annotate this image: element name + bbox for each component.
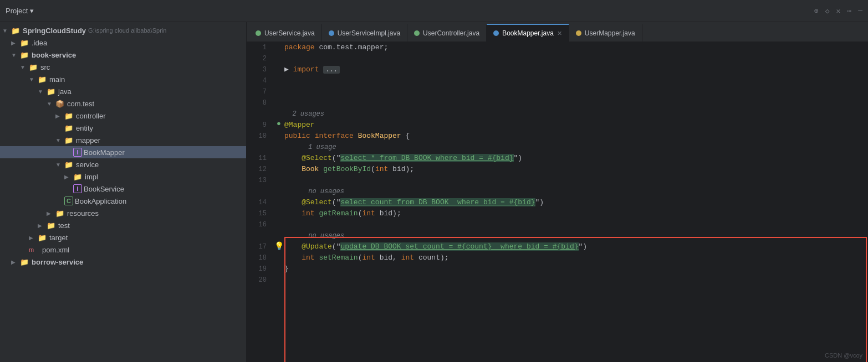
line-number: 3 — [247, 64, 273, 75]
code-line-19: 19 } — [247, 263, 868, 275]
code-line-10: 10 public interface BookMapper { — [247, 131, 868, 142]
gutter-run-icon[interactable]: ● — [273, 120, 284, 128]
sidebar-item-main[interactable]: ▼ 📁 main — [0, 73, 246, 85]
item-label: test — [58, 221, 70, 230]
line-number: 2 — [247, 53, 273, 64]
sidebar-item-src[interactable]: ▼ 📁 src — [0, 61, 246, 73]
line-content: ▶ import ... — [284, 64, 868, 75]
item-label: BookApplication — [75, 197, 126, 205]
project-title[interactable]: Project ▾ — [6, 7, 34, 15]
folder-icon: 📁 — [38, 75, 48, 84]
menu-icon[interactable]: ⋯ — [847, 7, 851, 15]
tab-dot-blue — [493, 30, 499, 36]
line-number: 9 — [247, 120, 273, 131]
tab-usermapper[interactable]: UserMapper.java — [569, 24, 642, 42]
item-label: java — [58, 87, 72, 96]
expand-arrow: ▶ — [11, 259, 20, 265]
line-number: 12 — [247, 164, 273, 175]
resources-folder-icon: 📁 — [55, 209, 65, 218]
tab-label: UserServiceImpl.java — [338, 29, 400, 37]
code-editor[interactable]: 1 package com.test.mapper; 2 3 ▶ import … — [247, 42, 868, 286]
expand-arrow: ▼ — [47, 101, 55, 107]
line-content: @Mapper — [284, 120, 868, 131]
line-number: 17 — [247, 241, 273, 252]
expand-arrow: ▼ — [55, 137, 64, 143]
code-line-8: 8 — [247, 97, 868, 108]
sidebar-item-java[interactable]: ▼ 📁 java — [0, 85, 246, 97]
sidebar-item-bookapplication[interactable]: ▶ C BookApplication — [0, 195, 246, 207]
tab-dot-orange — [576, 30, 581, 36]
sidebar-item-resources[interactable]: ▶ 📁 resources — [0, 207, 246, 219]
sidebar-item-mapper[interactable]: ▼ 📁 mapper — [0, 134, 246, 146]
expand-arrow: ▼ — [20, 64, 29, 70]
tab-bar: UserService.java UserServiceImpl.java Us… — [247, 22, 868, 42]
item-label: main — [49, 75, 65, 84]
tab-close-button[interactable]: ✕ — [557, 30, 562, 37]
code-line-nousages2: no usages — [247, 230, 868, 241]
item-label: resources — [67, 209, 99, 218]
sidebar-item-pom-xml[interactable]: ▶ m pom.xml — [0, 244, 246, 256]
package-icon: 📦 — [55, 100, 65, 108]
main-layout: ▼ 📁 SpringCloudStudy G:\spring cloud ali… — [0, 22, 868, 362]
watermark: CSDN @vcoy — [825, 352, 862, 359]
expand-arrow: ▼ — [38, 89, 47, 95]
folder-icon: 📁 — [20, 258, 30, 266]
line-number: 19 — [247, 263, 273, 275]
sidebar-item-book-service[interactable]: ▼ 📁 book-service — [0, 49, 246, 61]
tab-bookmapper[interactable]: BookMapper.java ✕ — [487, 24, 569, 42]
expand-arrow: ▶ — [55, 113, 64, 119]
item-label: com.test — [67, 100, 94, 108]
sidebar-item-service[interactable]: ▼ 📁 service — [0, 158, 246, 170]
editor-wrapper: 1 package com.test.mapper; 2 3 ▶ import … — [247, 42, 868, 362]
sidebar-item-springcloudstudy[interactable]: ▼ 📁 SpringCloudStudy G:\spring cloud ali… — [0, 24, 246, 37]
tab-dot-green — [256, 30, 261, 36]
code-line-12: 12 Book getBookById(int bid); — [247, 164, 868, 175]
sidebar-item-com-test[interactable]: ▼ 📦 com.test — [0, 97, 246, 110]
tab-label: UserService.java — [264, 29, 315, 37]
folder-yellow-icon: 📁 — [38, 234, 48, 242]
sidebar-item-idea[interactable]: ▶ 📁 .idea — [0, 37, 246, 49]
sidebar-item-impl[interactable]: ▶ 📁 impl — [0, 170, 246, 183]
sidebar-item-test[interactable]: ▶ 📁 test — [0, 219, 246, 231]
tab-usercontroller[interactable]: UserController.java — [407, 24, 487, 42]
code-line-18: 18 int setRemain(int bid, int count); — [247, 252, 868, 263]
line-content: @Select("select * from DB_BOOK where bid… — [284, 153, 868, 164]
tab-userserviceimpl[interactable]: UserServiceImpl.java — [322, 24, 407, 42]
minimize-icon[interactable]: ─ — [858, 7, 862, 15]
expand-arrow: ▼ — [2, 28, 11, 34]
bookmark-icon[interactable]: ◇ — [825, 7, 830, 15]
editor-area: UserService.java UserServiceImpl.java Us… — [247, 22, 868, 362]
item-label: BookService — [84, 185, 124, 193]
gutter-warn-icon[interactable]: 💡 — [273, 241, 284, 251]
line-number: 4 — [247, 75, 273, 86]
interface-icon: I — [73, 148, 82, 157]
line-content: int setRemain(int bid, int count); — [284, 252, 868, 263]
item-label: src — [40, 63, 50, 71]
line-content: public interface BookMapper { — [284, 131, 868, 142]
line-number: 14 — [247, 197, 273, 208]
xml-icon: m — [29, 246, 39, 253]
sidebar-item-target[interactable]: ▶ 📁 target — [0, 231, 246, 244]
sidebar-item-bookmapper[interactable]: ▶ I BookMapper — [0, 146, 246, 158]
expand-arrow: ▼ — [11, 52, 20, 58]
sidebar-item-bookservice[interactable]: ▶ I BookService — [0, 183, 246, 195]
item-label: pom.xml — [42, 246, 69, 254]
tab-userservice[interactable]: UserService.java — [249, 24, 322, 42]
interface-icon: I — [73, 184, 82, 193]
code-line-13: 13 — [247, 175, 868, 186]
sidebar-item-controller[interactable]: ▶ 📁 controller — [0, 110, 246, 122]
dropdown-icon: ▾ — [30, 7, 34, 15]
item-label: borrow-service — [32, 258, 83, 266]
item-label: impl — [85, 173, 98, 181]
code-line-2: 2 — [247, 53, 868, 64]
tab-label: BookMapper.java — [502, 29, 554, 37]
close-icon[interactable]: ✕ — [836, 7, 841, 15]
item-label: book-service — [32, 51, 76, 59]
line-number: 18 — [247, 252, 273, 263]
sidebar: ▼ 📁 SpringCloudStudy G:\spring cloud ali… — [0, 22, 247, 362]
line-content: 1 usage — [284, 142, 868, 153]
code-line-20: 20 — [247, 275, 868, 286]
sidebar-item-entity[interactable]: ▶ 📁 entity — [0, 122, 246, 134]
add-icon[interactable]: ⊕ — [814, 7, 819, 15]
sidebar-item-borrow-service[interactable]: ▶ 📁 borrow-service — [0, 256, 246, 268]
